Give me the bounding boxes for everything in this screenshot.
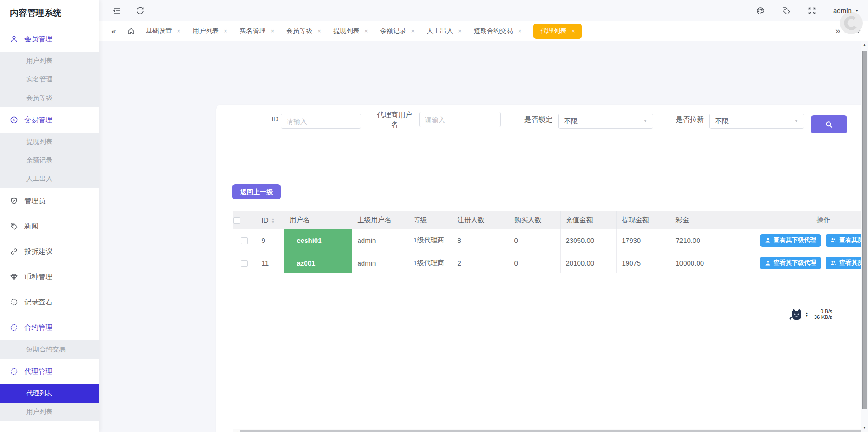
gem-icon (10, 273, 18, 281)
close-tab-icon[interactable]: × (364, 28, 368, 34)
sidebar-item-contract-management[interactable]: 合约管理 (0, 315, 99, 340)
table-empty-area (233, 273, 868, 430)
network-speed-widget[interactable]: ▲ ▼ 0 B/s 36 KB/s (789, 308, 832, 321)
cell-purchased: 0 (509, 252, 560, 274)
close-tab-icon[interactable]: × (458, 28, 462, 34)
fullscreen-icon[interactable] (807, 6, 816, 15)
close-tab-icon[interactable]: × (177, 28, 181, 34)
view-sub-agents-button[interactable]: 查看其下级代理 (760, 234, 821, 247)
lock-filter-select[interactable]: 不限 ▼ (558, 114, 653, 129)
shield-check-icon (10, 197, 18, 205)
cell-withdraw: 19075 (616, 252, 670, 274)
close-tab-icon[interactable]: × (518, 28, 522, 34)
tab-withdraw-list[interactable]: 提现列表 × (333, 27, 368, 35)
lock-filter-label: 是否锁定 (524, 115, 552, 124)
cell-level: 1级代理商 (408, 252, 452, 274)
scroll-tabs-left-icon[interactable]: « (111, 27, 116, 35)
invite-filter-select[interactable]: 不限 ▼ (709, 114, 804, 129)
sidebar-item-label: 投拆建议 (24, 247, 52, 256)
close-tab-icon[interactable]: × (317, 28, 321, 34)
sort-icon[interactable]: ▲▼ (271, 218, 274, 223)
sidebar-item-agent-management[interactable]: 代理管理 (0, 359, 99, 384)
sidebar-subitem-agent-list[interactable]: 代理列表 (0, 384, 99, 403)
user-name: admin (833, 7, 852, 14)
download-speed: 36 KB/s (811, 314, 832, 320)
close-tab-icon[interactable]: × (271, 28, 274, 34)
col-parent-user: 上级用户名 (352, 211, 408, 229)
sidebar-subitem-user-list[interactable]: 用户列表 (0, 52, 99, 70)
sidebar-item-admin[interactable]: 管理员 (0, 188, 99, 214)
search-button[interactable] (811, 115, 847, 133)
person-icon (765, 260, 771, 266)
refresh-icon[interactable] (136, 6, 145, 15)
person-icon (765, 237, 771, 243)
people-icon (830, 237, 836, 243)
sidebar-item-label: 币种管理 (24, 272, 52, 282)
row-checkbox[interactable] (241, 260, 248, 267)
search-icon (825, 120, 833, 128)
screen: 内容管理系统 会员管理 用户列表 实名管理 会员等级 $ 交易管理 提现列表 余… (0, 0, 868, 432)
sidebar-subitem-realname[interactable]: 实名管理 (0, 70, 99, 89)
home-icon[interactable] (127, 27, 135, 35)
agent-name-filter-input[interactable] (419, 112, 501, 127)
close-tab-icon[interactable]: × (411, 28, 415, 34)
row-checkbox[interactable] (241, 237, 248, 244)
user-menu[interactable]: admin ▼ (833, 7, 859, 14)
sidebar-subitem-short-contract[interactable]: 短期合约交易 (0, 340, 99, 359)
sidebar-item-news[interactable]: 新闻 (0, 214, 99, 239)
select-all-checkbox[interactable] (233, 217, 240, 224)
tab-member-level[interactable]: 会员等级 × (286, 27, 321, 35)
sidebar-item-feedback[interactable]: 投拆建议 (0, 239, 99, 264)
sidebar-submenu-agent: 代理列表 用户列表 (0, 384, 99, 421)
sidebar-item-label: 管理员 (24, 196, 46, 206)
view-sub-agents-button[interactable]: 查看其下级代理 (760, 257, 821, 269)
tab-user-list[interactable]: 用户列表 × (193, 27, 227, 35)
history-icon (10, 367, 18, 375)
vertical-scrollbar-thumb[interactable] (862, 51, 867, 409)
sidebar-item-label: 记录查看 (24, 298, 52, 307)
col-recharge: 充值金额 (560, 211, 616, 229)
cell-recharge: 20100.00 (560, 252, 616, 274)
tab-realname[interactable]: 实名管理 × (240, 27, 274, 35)
scroll-up-arrow-icon[interactable]: ▲ (861, 43, 868, 47)
people-icon (830, 260, 836, 266)
sidebar-item-currency-management[interactable]: 币种管理 (0, 264, 99, 290)
cell-parent: admin (352, 252, 408, 274)
sidebar-submenu-member: 用户列表 实名管理 会员等级 (0, 52, 99, 107)
scroll-tabs-right-icon[interactable]: » (835, 26, 840, 35)
sidebar-item-records-view[interactable]: 记录查看 (0, 290, 99, 315)
id-filter-input[interactable] (281, 114, 361, 129)
collapse-menu-icon[interactable] (112, 6, 121, 15)
cell-level: 1级代理商 (408, 229, 452, 252)
tab-balance-records[interactable]: 余额记录 × (380, 27, 415, 35)
horizontal-scrollbar-thumb[interactable] (240, 430, 868, 432)
theme-palette-icon[interactable] (756, 6, 765, 15)
username-badge: ceshi01 (284, 229, 352, 252)
sidebar-subitem-balance-records[interactable]: 余额记录 (0, 151, 99, 170)
sidebar-subitem-withdraw-list[interactable]: 提现列表 (0, 133, 99, 151)
col-id[interactable]: ID▲▼ (256, 211, 284, 229)
cell-registered: 8 (452, 229, 509, 252)
chevron-down-icon: ▼ (855, 9, 859, 13)
sidebar-subitem-agent-user-list[interactable]: 用户列表 (0, 403, 99, 421)
vertical-scrollbar[interactable]: ▲ ▼ (861, 41, 868, 432)
sidebar-subitem-member-level[interactable]: 会员等级 (0, 89, 99, 107)
tab-manual-inout[interactable]: 人工出入 × (427, 27, 462, 35)
sidebar-subitem-manual-inout[interactable]: 人工出入 (0, 170, 99, 188)
agents-table: ID▲▼ 用户名 上级用户名 等级 注册人数 购买人数 充值金额 提现金额 彩金… (233, 211, 868, 432)
close-tab-icon[interactable]: × (224, 28, 227, 34)
horizontal-scrollbar[interactable]: ◀ ▶ (233, 429, 868, 432)
close-tab-icon[interactable]: × (571, 28, 575, 34)
tag-icon (10, 222, 18, 230)
cell-recharge: 23050.00 (560, 229, 616, 252)
sidebar-item-member-management[interactable]: 会员管理 (0, 26, 99, 52)
back-to-parent-button[interactable]: 返回上一级 (232, 184, 281, 199)
navbar: admin ▼ (99, 0, 868, 21)
tag-icon[interactable] (782, 6, 791, 15)
scroll-down-arrow-icon[interactable]: ▼ (861, 426, 868, 430)
tab-short-contract[interactable]: 短期合约交易 × (474, 27, 522, 35)
sidebar-item-trade-management[interactable]: $ 交易管理 (0, 107, 99, 133)
tab-basic-settings[interactable]: 基础设置 × (146, 27, 181, 35)
tab-agent-list[interactable]: 代理列表 × (533, 24, 582, 39)
main-content: ID 代理商用户名 是否锁定 不限 ▼ 是否拉新 不限 ▼ 返回 (99, 41, 861, 432)
